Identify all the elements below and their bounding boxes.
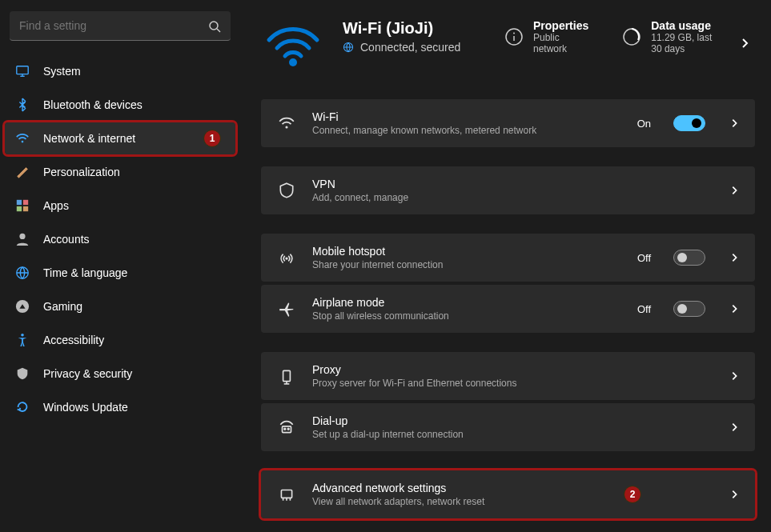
properties-tile[interactable]: Properties Public network [504, 19, 588, 54]
sidebar-item-label: Gaming [43, 300, 82, 313]
svg-rect-25 [283, 426, 291, 433]
data-usage-title: Data usage [651, 19, 717, 32]
sidebar-item-label: Accessibility [43, 334, 104, 346]
card-dialup[interactable]: Dial-up Set up a dial-up internet connec… [261, 403, 755, 451]
search-icon [208, 20, 221, 33]
card-sub: Set up a dial-up internet connection [312, 429, 705, 440]
shield-icon [14, 366, 30, 382]
monitor-icon [14, 63, 30, 79]
sidebar-item-privacy[interactable]: Privacy & security [5, 358, 235, 390]
card-proxy[interactable]: Proxy Proxy server for Wi-Fi and Etherne… [261, 352, 755, 400]
svg-point-18 [513, 33, 515, 34]
annotation-badge-2: 2 [624, 486, 641, 503]
chevron-right-icon[interactable] [734, 38, 755, 49]
network-title-block: Wi-Fi (JioJi) Connected, secured [343, 19, 471, 54]
chevron-right-icon [729, 186, 739, 195]
toggle-status: Off [637, 303, 651, 315]
svg-point-21 [285, 257, 287, 259]
wifi-icon [277, 114, 296, 132]
card-airplane-mode[interactable]: Airplane mode Stop all wireless communic… [261, 285, 755, 333]
toggle-status: Off [637, 252, 651, 264]
card-wifi[interactable]: Wi-Fi Connect, manage known networks, me… [261, 99, 755, 147]
main-panel: Wi-Fi (JioJi) Connected, secured Propert… [240, 0, 771, 532]
sidebar-item-network[interactable]: Network & internet 1 [5, 122, 235, 154]
card-advanced-network[interactable]: Advanced network settings View all netwo… [261, 470, 755, 518]
sidebar-item-time-language[interactable]: Time & language [5, 257, 235, 289]
apps-icon [14, 198, 30, 214]
sidebar-item-apps[interactable]: Apps [5, 190, 235, 222]
svg-point-0 [210, 22, 218, 30]
hotspot-toggle[interactable] [673, 250, 705, 266]
sidebar-item-bluetooth[interactable]: Bluetooth & devices [5, 89, 235, 121]
wifi-icon [14, 130, 30, 146]
sidebar-item-update[interactable]: Windows Update [5, 391, 235, 423]
chevron-right-icon [729, 304, 739, 314]
sidebar-item-label: Network & internet [43, 132, 135, 145]
svg-point-26 [284, 428, 286, 430]
sidebar-item-gaming[interactable]: Gaming [5, 290, 235, 322]
card-title: Dial-up [312, 414, 705, 427]
card-sub: View all network adapters, network reset [312, 496, 608, 507]
card-sub: Stop all wireless communication [312, 310, 621, 322]
search-box[interactable] [10, 11, 231, 41]
data-usage-tile[interactable]: Data usage 11.29 GB, last 30 days [622, 19, 717, 54]
wifi-toggle[interactable] [673, 115, 705, 131]
sidebar-item-label: Bluetooth & devices [43, 98, 143, 111]
chevron-right-icon [729, 422, 739, 432]
svg-rect-2 [17, 66, 28, 74]
sidebar-item-label: Windows Update [43, 401, 128, 414]
sidebar-item-label: Accounts [43, 233, 90, 246]
card-title: Proxy [312, 363, 705, 376]
properties-title: Properties [533, 19, 588, 32]
svg-rect-7 [23, 200, 28, 205]
svg-rect-22 [283, 370, 291, 381]
sidebar-item-label: System [43, 65, 81, 78]
svg-point-20 [285, 126, 287, 128]
bluetooth-icon [14, 97, 30, 113]
gaming-icon [14, 298, 30, 314]
card-vpn[interactable]: VPN Add, connect, manage [261, 166, 755, 214]
shield-outline-icon [277, 182, 296, 199]
globe-clock-icon [14, 265, 30, 281]
card-sub: Share your internet connection [312, 259, 621, 270]
card-title: VPN [312, 178, 705, 190]
svg-rect-28 [281, 490, 291, 498]
chevron-right-icon [729, 118, 739, 128]
proxy-icon [277, 367, 296, 385]
svg-point-5 [22, 141, 24, 143]
properties-sub: Public network [533, 32, 588, 54]
card-mobile-hotspot[interactable]: Mobile hotspot Share your internet conne… [261, 234, 755, 282]
toggle-status: On [637, 118, 651, 130]
network-header: Wi-Fi (JioJi) Connected, secured Propert… [261, 19, 755, 67]
person-icon [14, 231, 30, 247]
sidebar-item-system[interactable]: System [5, 55, 235, 87]
data-usage-icon [622, 27, 641, 46]
svg-rect-8 [17, 206, 22, 211]
airplane-icon [277, 300, 296, 318]
hotspot-icon [277, 249, 296, 266]
annotation-badge-1: 1 [203, 130, 221, 147]
sidebar-item-personalization[interactable]: Personalization [5, 156, 235, 188]
svg-point-27 [287, 428, 289, 430]
sidebar-item-label: Time & language [43, 266, 127, 279]
sidebar-item-accessibility[interactable]: Accessibility [5, 324, 235, 356]
wifi-status-icon [261, 19, 325, 67]
card-title: Airplane mode [312, 296, 621, 309]
svg-point-14 [289, 58, 297, 66]
search-input[interactable] [10, 11, 231, 41]
sidebar-item-accounts[interactable]: Accounts [5, 223, 235, 255]
network-status: Connected, secured [343, 41, 471, 54]
chevron-right-icon [729, 253, 739, 262]
card-sub: Add, connect, manage [312, 192, 705, 203]
sidebar-item-label: Privacy & security [43, 367, 132, 380]
nav-list: System Bluetooth & devices Network & int… [5, 55, 235, 423]
card-title: Mobile hotspot [312, 245, 621, 258]
card-title: Advanced network settings [312, 482, 608, 494]
svg-point-10 [19, 234, 25, 239]
svg-line-1 [217, 29, 220, 32]
sidebar: System Bluetooth & devices Network & int… [0, 0, 240, 532]
svg-rect-6 [17, 200, 22, 205]
airplane-toggle[interactable] [673, 301, 705, 317]
update-icon [14, 399, 30, 415]
card-title: Wi-Fi [312, 110, 621, 123]
